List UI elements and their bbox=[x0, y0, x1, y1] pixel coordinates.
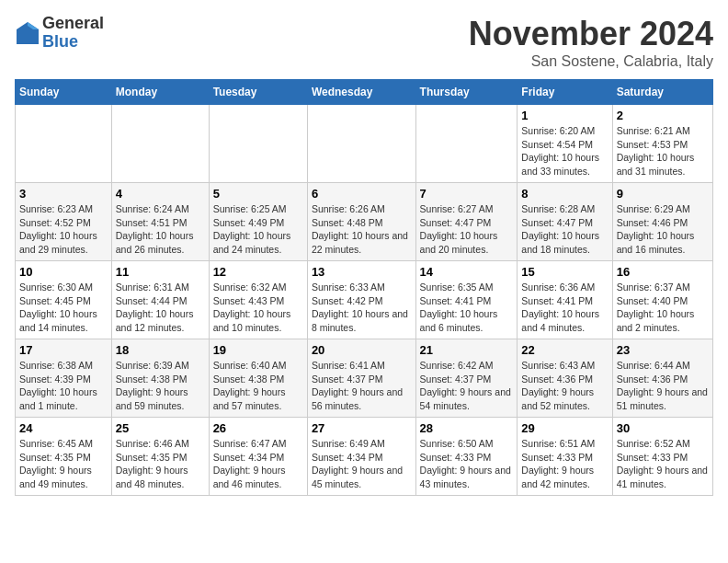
day-number: 15 bbox=[521, 265, 608, 279]
day-number: 18 bbox=[116, 343, 205, 357]
calendar-cell bbox=[209, 105, 307, 183]
day-number: 29 bbox=[521, 421, 608, 435]
day-info: Sunrise: 6:49 AM Sunset: 4:34 PM Dayligh… bbox=[312, 437, 412, 491]
day-info: Sunrise: 6:52 AM Sunset: 4:33 PM Dayligh… bbox=[617, 437, 709, 491]
day-info: Sunrise: 6:28 AM Sunset: 4:47 PM Dayligh… bbox=[521, 202, 608, 257]
calendar-row: 3Sunrise: 6:23 AM Sunset: 4:52 PM Daylig… bbox=[16, 183, 713, 261]
col-header-wednesday: Wednesday bbox=[307, 80, 415, 105]
day-number: 23 bbox=[617, 343, 709, 357]
day-info: Sunrise: 6:50 AM Sunset: 4:33 PM Dayligh… bbox=[420, 437, 514, 491]
calendar-cell: 17Sunrise: 6:38 AM Sunset: 4:39 PM Dayli… bbox=[16, 339, 112, 418]
calendar-cell: 9Sunrise: 6:29 AM Sunset: 4:46 PM Daylig… bbox=[612, 183, 712, 261]
calendar-cell: 5Sunrise: 6:25 AM Sunset: 4:49 PM Daylig… bbox=[209, 183, 307, 261]
calendar-table: SundayMondayTuesdayWednesdayThursdayFrid… bbox=[15, 79, 713, 496]
calendar-cell: 29Sunrise: 6:51 AM Sunset: 4:33 PM Dayli… bbox=[518, 418, 612, 496]
calendar-cell: 20Sunrise: 6:41 AM Sunset: 4:37 PM Dayli… bbox=[307, 339, 415, 418]
calendar-cell: 27Sunrise: 6:49 AM Sunset: 4:34 PM Dayli… bbox=[307, 418, 415, 496]
calendar-row: 24Sunrise: 6:45 AM Sunset: 4:35 PM Dayli… bbox=[16, 418, 713, 496]
calendar-cell: 11Sunrise: 6:31 AM Sunset: 4:44 PM Dayli… bbox=[111, 261, 209, 339]
day-info: Sunrise: 6:44 AM Sunset: 4:36 PM Dayligh… bbox=[617, 359, 709, 413]
calendar-cell: 24Sunrise: 6:45 AM Sunset: 4:35 PM Dayli… bbox=[16, 418, 112, 496]
day-number: 22 bbox=[521, 343, 608, 357]
day-number: 10 bbox=[19, 265, 108, 279]
day-info: Sunrise: 6:41 AM Sunset: 4:37 PM Dayligh… bbox=[312, 359, 412, 413]
logo-general-text: General bbox=[42, 15, 104, 33]
calendar-cell: 7Sunrise: 6:27 AM Sunset: 4:47 PM Daylig… bbox=[415, 183, 518, 261]
calendar-row: 10Sunrise: 6:30 AM Sunset: 4:45 PM Dayli… bbox=[16, 261, 713, 339]
day-number: 13 bbox=[312, 265, 412, 279]
calendar-cell: 2Sunrise: 6:21 AM Sunset: 4:53 PM Daylig… bbox=[612, 105, 712, 183]
col-header-saturday: Saturday bbox=[612, 80, 712, 105]
calendar-cell: 10Sunrise: 6:30 AM Sunset: 4:45 PM Dayli… bbox=[16, 261, 112, 339]
day-info: Sunrise: 6:31 AM Sunset: 4:44 PM Dayligh… bbox=[116, 281, 205, 335]
calendar-cell: 19Sunrise: 6:40 AM Sunset: 4:38 PM Dayli… bbox=[209, 339, 307, 418]
col-header-monday: Monday bbox=[111, 80, 209, 105]
day-number: 24 bbox=[19, 421, 108, 435]
col-header-friday: Friday bbox=[518, 80, 612, 105]
day-number: 21 bbox=[420, 343, 514, 357]
calendar-cell: 16Sunrise: 6:37 AM Sunset: 4:40 PM Dayli… bbox=[612, 261, 712, 339]
logo-icon bbox=[15, 20, 40, 46]
calendar-cell: 18Sunrise: 6:39 AM Sunset: 4:38 PM Dayli… bbox=[111, 339, 209, 418]
header: General Blue November 2024 San Sostene, … bbox=[15, 15, 713, 70]
day-info: Sunrise: 6:37 AM Sunset: 4:40 PM Dayligh… bbox=[617, 281, 709, 335]
col-header-thursday: Thursday bbox=[415, 80, 518, 105]
day-number: 25 bbox=[116, 421, 205, 435]
calendar-cell: 4Sunrise: 6:24 AM Sunset: 4:51 PM Daylig… bbox=[111, 183, 209, 261]
calendar-cell: 13Sunrise: 6:33 AM Sunset: 4:42 PM Dayli… bbox=[307, 261, 415, 339]
day-number: 12 bbox=[213, 265, 303, 279]
calendar-cell: 25Sunrise: 6:46 AM Sunset: 4:35 PM Dayli… bbox=[111, 418, 209, 496]
calendar-cell: 14Sunrise: 6:35 AM Sunset: 4:41 PM Dayli… bbox=[415, 261, 518, 339]
day-info: Sunrise: 6:30 AM Sunset: 4:45 PM Dayligh… bbox=[19, 281, 108, 335]
calendar-cell: 8Sunrise: 6:28 AM Sunset: 4:47 PM Daylig… bbox=[518, 183, 612, 261]
header-row: SundayMondayTuesdayWednesdayThursdayFrid… bbox=[16, 80, 713, 105]
day-number: 1 bbox=[521, 109, 608, 122]
day-number: 28 bbox=[420, 421, 514, 435]
day-info: Sunrise: 6:32 AM Sunset: 4:43 PM Dayligh… bbox=[213, 281, 303, 335]
day-number: 8 bbox=[521, 187, 608, 201]
day-info: Sunrise: 6:33 AM Sunset: 4:42 PM Dayligh… bbox=[312, 281, 412, 335]
title-area: November 2024 San Sostene, Calabria, Ita… bbox=[469, 15, 713, 70]
calendar-cell: 22Sunrise: 6:43 AM Sunset: 4:36 PM Dayli… bbox=[518, 339, 612, 418]
day-info: Sunrise: 6:27 AM Sunset: 4:47 PM Dayligh… bbox=[420, 202, 514, 257]
day-info: Sunrise: 6:40 AM Sunset: 4:38 PM Dayligh… bbox=[213, 359, 303, 413]
day-number: 17 bbox=[19, 343, 108, 357]
calendar-cell: 6Sunrise: 6:26 AM Sunset: 4:48 PM Daylig… bbox=[307, 183, 415, 261]
day-number: 27 bbox=[312, 421, 412, 435]
calendar-cell bbox=[415, 105, 518, 183]
day-info: Sunrise: 6:42 AM Sunset: 4:37 PM Dayligh… bbox=[420, 359, 514, 413]
day-number: 16 bbox=[617, 265, 709, 279]
day-info: Sunrise: 6:25 AM Sunset: 4:49 PM Dayligh… bbox=[213, 202, 303, 257]
day-number: 20 bbox=[312, 343, 412, 357]
day-number: 11 bbox=[116, 265, 205, 279]
day-info: Sunrise: 6:36 AM Sunset: 4:41 PM Dayligh… bbox=[521, 281, 608, 335]
day-number: 30 bbox=[617, 421, 709, 435]
day-number: 19 bbox=[213, 343, 303, 357]
day-info: Sunrise: 6:38 AM Sunset: 4:39 PM Dayligh… bbox=[19, 359, 108, 413]
day-info: Sunrise: 6:35 AM Sunset: 4:41 PM Dayligh… bbox=[420, 281, 514, 335]
day-number: 9 bbox=[617, 187, 709, 201]
day-number: 3 bbox=[19, 187, 108, 201]
calendar-cell: 23Sunrise: 6:44 AM Sunset: 4:36 PM Dayli… bbox=[612, 339, 712, 418]
day-info: Sunrise: 6:51 AM Sunset: 4:33 PM Dayligh… bbox=[521, 437, 608, 491]
calendar-cell: 21Sunrise: 6:42 AM Sunset: 4:37 PM Dayli… bbox=[415, 339, 518, 418]
day-info: Sunrise: 6:26 AM Sunset: 4:48 PM Dayligh… bbox=[312, 202, 412, 257]
day-number: 5 bbox=[213, 187, 303, 201]
day-number: 4 bbox=[116, 187, 205, 201]
day-info: Sunrise: 6:39 AM Sunset: 4:38 PM Dayligh… bbox=[116, 359, 205, 413]
day-number: 2 bbox=[617, 109, 709, 122]
calendar-cell: 15Sunrise: 6:36 AM Sunset: 4:41 PM Dayli… bbox=[518, 261, 612, 339]
day-number: 26 bbox=[213, 421, 303, 435]
day-info: Sunrise: 6:47 AM Sunset: 4:34 PM Dayligh… bbox=[213, 437, 303, 491]
col-header-sunday: Sunday bbox=[16, 80, 112, 105]
calendar-cell bbox=[111, 105, 209, 183]
day-info: Sunrise: 6:43 AM Sunset: 4:36 PM Dayligh… bbox=[521, 359, 608, 413]
day-info: Sunrise: 6:21 AM Sunset: 4:53 PM Dayligh… bbox=[617, 124, 709, 178]
calendar-cell: 3Sunrise: 6:23 AM Sunset: 4:52 PM Daylig… bbox=[16, 183, 112, 261]
calendar-cell: 1Sunrise: 6:20 AM Sunset: 4:54 PM Daylig… bbox=[518, 105, 612, 183]
day-number: 6 bbox=[312, 187, 412, 201]
month-title: November 2024 bbox=[469, 15, 713, 53]
day-info: Sunrise: 6:23 AM Sunset: 4:52 PM Dayligh… bbox=[19, 202, 108, 257]
col-header-tuesday: Tuesday bbox=[209, 80, 307, 105]
calendar-cell bbox=[16, 105, 112, 183]
